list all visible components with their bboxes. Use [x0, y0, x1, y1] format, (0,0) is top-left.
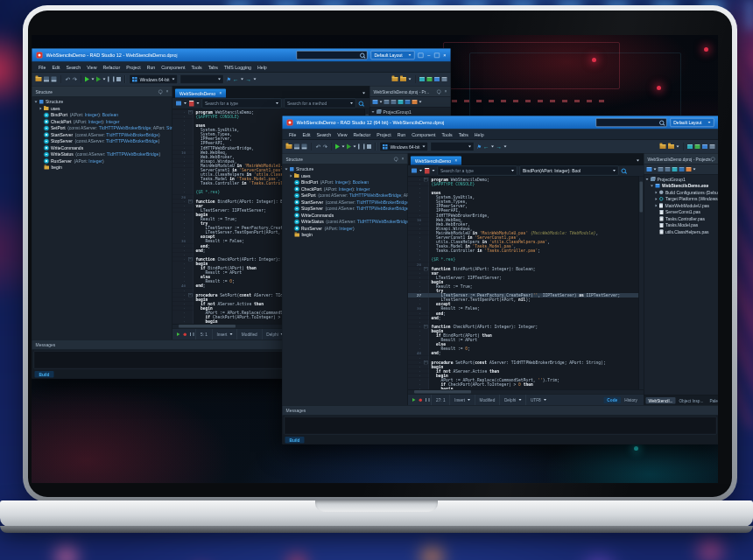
- dock-tab-objectinsp[interactable]: Object Insp...: [676, 397, 706, 404]
- build-configuration-select[interactable]: [180, 74, 224, 84]
- navigate-forward-button[interactable]: →: [245, 76, 251, 82]
- deployment-manager-button[interactable]: [442, 77, 447, 81]
- menu-file[interactable]: File: [36, 65, 49, 70]
- dock-tab-webstencil[interactable]: WebStencil...: [646, 397, 676, 404]
- build-group-icon[interactable]: [405, 100, 411, 104]
- messages-tab-build[interactable]: Build: [35, 371, 54, 378]
- activate-config-icon[interactable]: [373, 100, 378, 104]
- run-menu-caret[interactable]: [341, 146, 344, 148]
- navigate-back-caret[interactable]: [491, 146, 494, 148]
- new-folder-icon[interactable]: [384, 100, 390, 104]
- pin-icon[interactable]: [394, 157, 398, 161]
- messages-tab-build[interactable]: Build: [285, 437, 305, 444]
- menu-edit[interactable]: Edit: [299, 132, 313, 137]
- search-icon[interactable]: [359, 101, 364, 106]
- uml-view-icon[interactable]: [176, 102, 181, 106]
- structure-item[interactable]: StopServer(const AServer: TIdHTTPWebBrok…: [283, 206, 408, 213]
- deploy-button[interactable]: [702, 144, 707, 149]
- code-view-tab[interactable]: Code: [603, 396, 621, 403]
- project-tree-item[interactable]: Build Configurations (Debug): [644, 189, 719, 196]
- bookmarks-icon[interactable]: [189, 101, 194, 107]
- menu-refactor[interactable]: Refactor: [100, 65, 123, 70]
- navigate-back-button[interactable]: ←: [483, 144, 489, 150]
- structure-item[interactable]: RunServer(APort: Integer): [283, 225, 408, 232]
- structure-root-item[interactable]: Structure: [283, 166, 408, 173]
- structure-item[interactable]: begin: [32, 164, 172, 172]
- structure-item[interactable]: CheckPort(APort: Integer): Integer: [283, 186, 408, 192]
- undo-button[interactable]: ↶: [65, 76, 69, 82]
- navigate-back-caret[interactable]: [241, 79, 243, 80]
- redo-button[interactable]: ↷: [322, 144, 327, 150]
- expander-icon[interactable]: [40, 107, 42, 109]
- navigate-back-button[interactable]: ←: [233, 76, 239, 82]
- close-button[interactable]: ×: [443, 52, 446, 58]
- project-tree-item[interactable]: utils.ClassHelpers.pas: [644, 228, 719, 235]
- menu-view[interactable]: View: [334, 132, 350, 137]
- editor-vscrollbar[interactable]: [639, 177, 644, 390]
- structure-item[interactable]: CheckPort(APort: Integer): Integer: [32, 118, 172, 125]
- structure-item[interactable]: RunServer(APort: Integer): [32, 158, 172, 164]
- menu-search[interactable]: Search: [313, 132, 334, 137]
- uml-view-icon[interactable]: [412, 169, 417, 173]
- target-platform-select[interactable]: Windows 64-bit: [379, 142, 428, 151]
- build-configuration-select[interactable]: [431, 142, 475, 151]
- close-icon[interactable]: ×: [402, 157, 405, 161]
- tab-close-icon[interactable]: ×: [220, 91, 222, 95]
- structure-item[interactable]: SetPort(const AServer: TIdHTTPWebBrokerB…: [283, 192, 408, 200]
- toggle-form-unit-button[interactable]: [695, 144, 700, 149]
- expander-icon[interactable]: [372, 111, 375, 113]
- open-file-button[interactable]: [294, 144, 299, 150]
- desktop-layout-select[interactable]: Default Layout: [670, 118, 714, 127]
- structure-item[interactable]: StartServer(const AServer: TIdHTTPWebBro…: [283, 199, 408, 206]
- menu-file[interactable]: File: [286, 132, 299, 137]
- maximize-button[interactable]: [434, 52, 440, 58]
- open-project-button[interactable]: [668, 144, 674, 149]
- vscrollbar-thumb[interactable]: [640, 182, 644, 213]
- structure-item[interactable]: WriteCommands: [32, 144, 172, 151]
- tab-list-caret[interactable]: [637, 160, 639, 162]
- expander-icon[interactable]: [646, 178, 649, 180]
- new-project-button[interactable]: [392, 77, 398, 81]
- window-titlebar[interactable]: WebStencilsDemo - RAD Studio 12 - WebSte…: [32, 49, 451, 62]
- run-nodebug-caret[interactable]: [102, 79, 105, 80]
- save-button[interactable]: [302, 144, 307, 150]
- options-icon[interactable]: [412, 100, 418, 104]
- menu-tools[interactable]: Tools: [439, 132, 455, 137]
- chevron-down-icon[interactable]: [419, 170, 422, 172]
- search-icon[interactable]: [622, 168, 627, 173]
- menu-view[interactable]: View: [84, 65, 100, 70]
- run-button[interactable]: [335, 144, 340, 150]
- menu-tabs[interactable]: Tabs: [205, 65, 221, 70]
- structure-item[interactable]: WriteStatus(const AServer: TIdHTTPWebBro…: [32, 151, 172, 158]
- menu-edit[interactable]: Edit: [49, 65, 63, 70]
- sync-editor-icon[interactable]: [672, 167, 678, 172]
- menu-help[interactable]: Help: [254, 65, 270, 70]
- project-tree-item[interactable]: ServerConst1.pas: [644, 209, 719, 216]
- redo-button[interactable]: ↷: [72, 76, 76, 82]
- hscrollbar-thumb[interactable]: [179, 325, 236, 328]
- stop-button[interactable]: [116, 77, 121, 81]
- code-editor[interactable]: ·program WebStencilsDemo;·{$APPTYPE CONS…: [408, 177, 639, 390]
- dock-tab-palet[interactable]: Palet...: [707, 397, 718, 404]
- close-icon[interactable]: ×: [166, 89, 169, 94]
- menu-refactor[interactable]: Refactor: [350, 132, 374, 137]
- structure-item[interactable]: WriteStatus(const AServer: TIdHTTPWebBro…: [283, 219, 408, 226]
- chevron-down-icon[interactable]: [433, 170, 435, 172]
- save-layout-icon[interactable]: [419, 52, 424, 58]
- remove-file-icon[interactable]: [391, 100, 397, 104]
- open-file-button[interactable]: [44, 77, 49, 82]
- structure-item[interactable]: WriteCommands: [283, 212, 408, 219]
- options-icon-caret[interactable]: [693, 169, 696, 171]
- search-method-select[interactable]: Search for a method: [285, 99, 356, 108]
- ide-insight-search-input[interactable]: [595, 118, 666, 127]
- options-icon[interactable]: [686, 167, 692, 172]
- hscrollbar-thumb[interactable]: [414, 390, 471, 394]
- run-nodebug-caret[interactable]: [353, 146, 355, 148]
- run-without-debugging-button[interactable]: [96, 77, 101, 82]
- menu-search[interactable]: Search: [63, 65, 84, 70]
- project-tree-item[interactable]: Target Platforms (Windows 64-bit): [644, 196, 719, 203]
- toggle-form-unit-button[interactable]: [427, 77, 433, 81]
- run-without-debugging-button[interactable]: [347, 144, 351, 150]
- minimize-button[interactable]: –: [427, 52, 430, 58]
- new-project-button[interactable]: [660, 144, 666, 149]
